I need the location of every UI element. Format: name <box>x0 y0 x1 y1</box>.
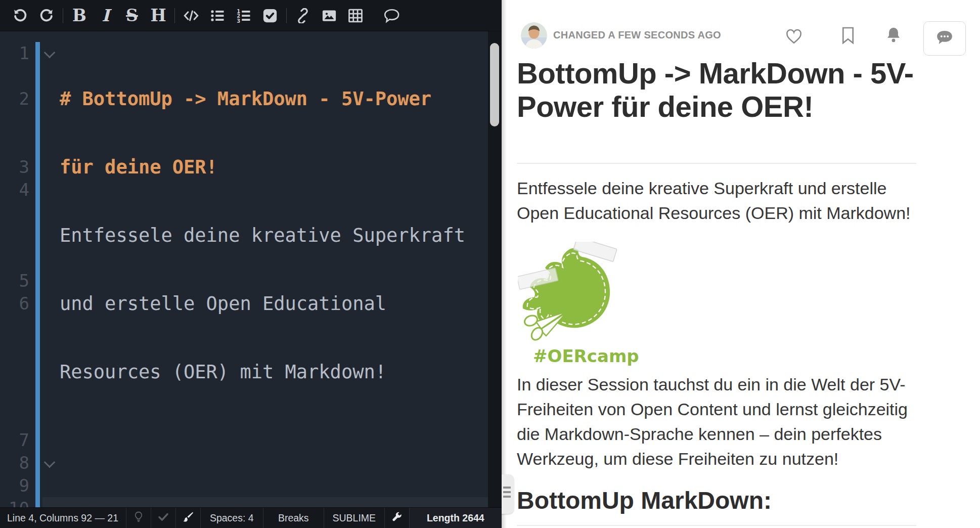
code-icon <box>183 8 200 23</box>
comment-icon <box>383 8 400 24</box>
redo-button[interactable] <box>33 0 60 31</box>
numbered-list-icon: 123 <box>236 8 251 23</box>
svg-text:3: 3 <box>237 18 240 23</box>
preview-pane: CHANGED A FEW SECONDS AGO BottomUp -> Ma… <box>502 0 980 528</box>
last-changed-label: CHANGED A FEW SECONDS AGO <box>553 29 721 41</box>
changed-lines-bar <box>35 42 40 507</box>
wrench-icon <box>391 511 402 524</box>
gutter-line-number: 6 <box>0 292 29 315</box>
preferences-button[interactable] <box>384 508 409 528</box>
code-row[interactable]: und erstelle Open Educational <box>60 292 488 315</box>
bold-button[interactable]: B <box>66 0 93 31</box>
gutter-line-number: 2 <box>0 87 29 110</box>
gutter-line-number: 1 <box>0 42 29 65</box>
notifications-button[interactable] <box>885 26 902 46</box>
linebreak-mode-status[interactable]: Breaks <box>263 508 324 528</box>
title-divider <box>517 163 916 164</box>
section-divider <box>517 525 916 526</box>
paintbrush-icon <box>183 511 194 525</box>
theme-brush-button[interactable] <box>175 508 200 528</box>
link-button[interactable] <box>290 0 316 31</box>
lightbulb-icon <box>133 511 144 525</box>
document-length-status: Length 2644 <box>409 508 502 528</box>
night-mode-toggle[interactable] <box>126 508 151 528</box>
italic-button[interactable]: I <box>93 0 119 31</box>
bookmark-button[interactable] <box>840 26 856 47</box>
redo-icon <box>39 8 54 23</box>
spellcheck-toggle[interactable] <box>151 508 175 528</box>
gutter-line-number: 4 <box>0 179 29 201</box>
code-row[interactable]: # BottomUp -> MarkDown - 5V-Power <box>60 87 488 110</box>
bullet-list-button[interactable] <box>204 0 231 31</box>
editor-statusbar: Line 4, Columns 92 — 21 Spaces: 4 Breaks… <box>0 507 502 528</box>
active-line[interactable]: ![](https://open-educational- resources.… <box>42 497 493 507</box>
checklist-icon <box>262 8 278 23</box>
divider-grip[interactable] <box>502 474 514 514</box>
intro-paragraph: Entfessele deine kreative Superkraft und… <box>517 176 926 226</box>
editor-pane: B I S H 123 1 2 <box>0 0 502 528</box>
comment-insert-button[interactable] <box>379 0 405 31</box>
image-button[interactable] <box>316 0 342 31</box>
code-row-empty[interactable] <box>60 429 488 452</box>
document-title: BottomUp -> MarkDown - 5V-Power für dein… <box>517 57 921 123</box>
strikethrough-icon: S <box>126 7 138 24</box>
keymap-status[interactable]: SUBLIME <box>324 508 384 528</box>
logo-caption: #OERcamp <box>533 346 624 366</box>
editor-toolbar: B I S H 123 <box>0 0 502 31</box>
code-row[interactable]: Entfessele deine kreative Superkraft <box>60 224 488 247</box>
undo-icon <box>13 8 28 23</box>
heading-button[interactable]: H <box>145 0 171 31</box>
pane-divider-shadow <box>502 0 507 528</box>
comment-button[interactable] <box>923 21 966 56</box>
section-heading: BottomUp MarkDown: <box>517 487 772 514</box>
hackmd-split-view: { "colors": { "editor_bg": "#1f2630", "p… <box>0 0 980 528</box>
code-editor[interactable]: 1 2 3 4 5 6 7 8 9 10 # BottomUp -> MarkD… <box>0 31 502 507</box>
toolbar-separator <box>286 8 287 23</box>
strikethrough-button[interactable]: S <box>119 0 145 31</box>
checklist-button[interactable] <box>257 0 283 31</box>
session-paragraph: In dieser Session tauchst du ein in die … <box>517 372 927 471</box>
code-lines[interactable]: # BottomUp -> MarkDown - 5V-Power für de… <box>60 42 488 507</box>
code-row[interactable]: Resources (OER) mit Markdown! <box>60 361 488 383</box>
undo-button[interactable] <box>7 0 33 31</box>
comment-bubble-icon <box>935 29 954 48</box>
code-button[interactable] <box>178 0 204 31</box>
indentation-status[interactable]: Spaces: 4 <box>200 508 263 528</box>
table-icon <box>348 8 363 23</box>
heading-icon: H <box>150 7 166 24</box>
editor-scrollbar[interactable] <box>488 31 502 507</box>
code-row[interactable]: für deine OER! <box>60 156 488 179</box>
gutter-line-number: 10 <box>0 497 29 507</box>
fold-chevron-icon[interactable] <box>44 47 56 59</box>
gutter-line-number: 7 <box>0 429 29 452</box>
like-button[interactable] <box>785 27 803 47</box>
gutter-line-number: 8 <box>0 452 29 474</box>
gutter-line-number: 3 <box>0 156 29 179</box>
toolbar-separator <box>174 8 175 23</box>
check-icon <box>158 512 169 524</box>
numbered-list-button[interactable]: 123 <box>231 0 257 31</box>
link-icon <box>295 8 310 23</box>
table-button[interactable] <box>342 0 369 31</box>
scrollbar-thumb[interactable] <box>490 43 499 126</box>
toolbar-separator <box>63 8 63 23</box>
gutter-line-number: 9 <box>0 474 29 497</box>
bullet-list-icon <box>210 8 225 23</box>
oercamp-logo: #OERcamp <box>518 242 624 366</box>
cursor-position-status: Line 4, Columns 92 — 21 <box>0 508 126 528</box>
bold-icon: B <box>72 7 86 24</box>
italic-icon: I <box>102 7 109 24</box>
avatar[interactable] <box>521 22 547 49</box>
fold-chevron-icon[interactable] <box>44 457 56 468</box>
gutter-line-number: 5 <box>0 270 29 292</box>
image-icon <box>321 8 337 23</box>
